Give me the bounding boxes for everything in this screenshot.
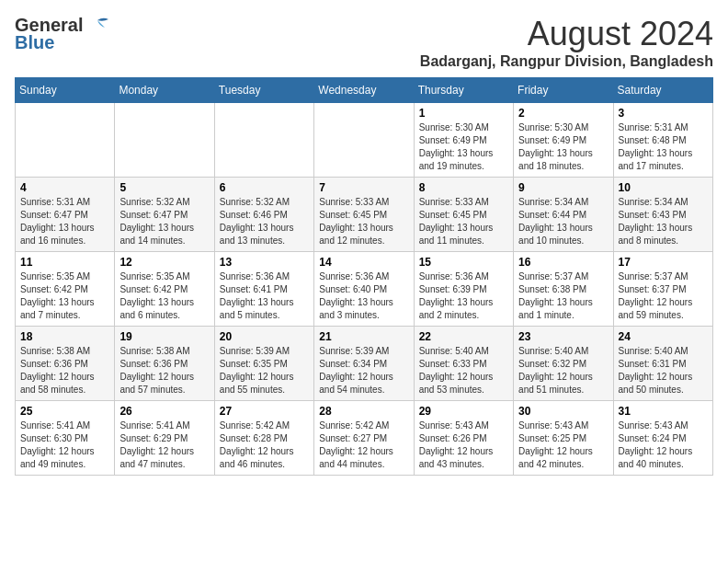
- location-subtitle: Badarganj, Rangpur Division, Bangladesh: [420, 53, 713, 70]
- day-info: Sunrise: 5:41 AM Sunset: 6:29 PM Dayligh…: [119, 419, 209, 471]
- calendar-cell-w1-d3: [214, 103, 313, 178]
- header-friday: Friday: [514, 78, 613, 103]
- calendar-cell-w3-d1: 11Sunrise: 5:35 AM Sunset: 6:42 PM Dayli…: [16, 252, 115, 327]
- day-info: Sunrise: 5:42 AM Sunset: 6:27 PM Dayligh…: [319, 419, 408, 471]
- calendar-cell-w2-d1: 4Sunrise: 5:31 AM Sunset: 6:47 PM Daylig…: [16, 178, 115, 252]
- calendar-cell-w2-d6: 9Sunrise: 5:34 AM Sunset: 6:44 PM Daylig…: [514, 178, 613, 252]
- day-number: 16: [518, 256, 608, 269]
- day-number: 13: [220, 256, 309, 269]
- day-info: Sunrise: 5:43 AM Sunset: 6:25 PM Dayligh…: [518, 419, 608, 471]
- day-number: 12: [119, 256, 209, 269]
- logo-blue: Blue: [15, 32, 54, 53]
- day-number: 17: [619, 256, 708, 269]
- logo: General Blue: [15, 15, 110, 53]
- month-year-title: August 2024: [420, 15, 713, 53]
- header-sunday: Sunday: [16, 78, 115, 103]
- day-number: 28: [319, 405, 408, 418]
- day-info: Sunrise: 5:37 AM Sunset: 6:38 PM Dayligh…: [518, 270, 608, 322]
- day-number: 25: [20, 405, 109, 418]
- calendar-cell-w5-d3: 27Sunrise: 5:42 AM Sunset: 6:28 PM Dayli…: [214, 401, 313, 476]
- header-thursday: Thursday: [414, 78, 513, 103]
- calendar-cell-w5-d2: 26Sunrise: 5:41 AM Sunset: 6:29 PM Dayli…: [115, 401, 214, 476]
- calendar-cell-w4-d2: 19Sunrise: 5:38 AM Sunset: 6:36 PM Dayli…: [115, 327, 214, 401]
- day-info: Sunrise: 5:32 AM Sunset: 6:46 PM Dayligh…: [220, 196, 309, 247]
- day-info: Sunrise: 5:40 AM Sunset: 6:31 PM Dayligh…: [619, 345, 708, 396]
- day-info: Sunrise: 5:34 AM Sunset: 6:44 PM Dayligh…: [518, 196, 608, 247]
- calendar-cell-w1-d4: [314, 103, 414, 178]
- day-info: Sunrise: 5:31 AM Sunset: 6:48 PM Dayligh…: [619, 121, 708, 173]
- day-info: Sunrise: 5:38 AM Sunset: 6:36 PM Dayligh…: [119, 345, 209, 396]
- day-info: Sunrise: 5:39 AM Sunset: 6:35 PM Dayligh…: [220, 345, 309, 396]
- header-monday: Monday: [115, 78, 214, 103]
- day-info: Sunrise: 5:36 AM Sunset: 6:39 PM Dayligh…: [419, 270, 508, 322]
- day-info: Sunrise: 5:43 AM Sunset: 6:26 PM Dayligh…: [419, 419, 508, 471]
- day-number: 19: [119, 330, 209, 343]
- calendar-cell-w4-d1: 18Sunrise: 5:38 AM Sunset: 6:36 PM Dayli…: [16, 327, 115, 401]
- day-info: Sunrise: 5:35 AM Sunset: 6:42 PM Dayligh…: [20, 270, 109, 322]
- day-number: 22: [419, 330, 508, 343]
- day-number: 9: [518, 181, 608, 194]
- day-number: 5: [119, 181, 209, 194]
- calendar-cell-w5-d1: 25Sunrise: 5:41 AM Sunset: 6:30 PM Dayli…: [16, 401, 115, 476]
- day-info: Sunrise: 5:43 AM Sunset: 6:24 PM Dayligh…: [619, 419, 708, 471]
- day-number: 20: [220, 330, 309, 343]
- day-number: 18: [20, 330, 109, 343]
- header-wednesday: Wednesday: [314, 78, 414, 103]
- day-info: Sunrise: 5:37 AM Sunset: 6:37 PM Dayligh…: [619, 270, 708, 322]
- day-info: Sunrise: 5:35 AM Sunset: 6:42 PM Dayligh…: [119, 270, 209, 322]
- calendar-table: Sunday Monday Tuesday Wednesday Thursday…: [15, 77, 713, 476]
- logo-bird-icon: [85, 17, 110, 35]
- day-number: 26: [119, 405, 209, 418]
- calendar-cell-w5-d5: 29Sunrise: 5:43 AM Sunset: 6:26 PM Dayli…: [414, 401, 513, 476]
- day-number: 29: [419, 405, 508, 418]
- header-saturday: Saturday: [613, 78, 712, 103]
- day-info: Sunrise: 5:34 AM Sunset: 6:43 PM Dayligh…: [619, 196, 708, 247]
- day-number: 2: [518, 107, 608, 120]
- calendar-cell-w1-d2: [115, 103, 214, 178]
- day-number: 10: [619, 181, 708, 194]
- day-number: 8: [419, 181, 508, 194]
- calendar-cell-w1-d1: [16, 103, 115, 178]
- calendar-cell-w2-d5: 8Sunrise: 5:33 AM Sunset: 6:45 PM Daylig…: [414, 178, 513, 252]
- calendar-cell-w3-d2: 12Sunrise: 5:35 AM Sunset: 6:42 PM Dayli…: [115, 252, 214, 327]
- week-row-3: 11Sunrise: 5:35 AM Sunset: 6:42 PM Dayli…: [16, 252, 713, 327]
- calendar-header-row: Sunday Monday Tuesday Wednesday Thursday…: [16, 78, 713, 103]
- week-row-5: 25Sunrise: 5:41 AM Sunset: 6:30 PM Dayli…: [16, 401, 713, 476]
- day-number: 7: [319, 181, 408, 194]
- day-number: 27: [220, 405, 309, 418]
- calendar-cell-w3-d7: 17Sunrise: 5:37 AM Sunset: 6:37 PM Dayli…: [613, 252, 712, 327]
- day-number: 15: [419, 256, 508, 269]
- day-number: 31: [619, 405, 708, 418]
- day-number: 6: [220, 181, 309, 194]
- day-number: 4: [20, 181, 109, 194]
- calendar-cell-w1-d6: 2Sunrise: 5:30 AM Sunset: 6:49 PM Daylig…: [514, 103, 613, 178]
- calendar-cell-w3-d4: 14Sunrise: 5:36 AM Sunset: 6:40 PM Dayli…: [314, 252, 414, 327]
- day-info: Sunrise: 5:36 AM Sunset: 6:40 PM Dayligh…: [319, 270, 408, 322]
- calendar-cell-w1-d7: 3Sunrise: 5:31 AM Sunset: 6:48 PM Daylig…: [613, 103, 712, 178]
- day-number: 30: [518, 405, 608, 418]
- day-number: 21: [319, 330, 408, 343]
- page-header: General Blue August 2024 Badarganj, Rang…: [15, 15, 713, 70]
- day-info: Sunrise: 5:39 AM Sunset: 6:34 PM Dayligh…: [319, 345, 408, 396]
- day-info: Sunrise: 5:33 AM Sunset: 6:45 PM Dayligh…: [419, 196, 508, 247]
- calendar-cell-w5-d6: 30Sunrise: 5:43 AM Sunset: 6:25 PM Dayli…: [514, 401, 613, 476]
- day-info: Sunrise: 5:32 AM Sunset: 6:47 PM Dayligh…: [119, 196, 209, 247]
- calendar-cell-w2-d7: 10Sunrise: 5:34 AM Sunset: 6:43 PM Dayli…: [613, 178, 712, 252]
- day-info: Sunrise: 5:30 AM Sunset: 6:49 PM Dayligh…: [419, 121, 508, 173]
- day-info: Sunrise: 5:30 AM Sunset: 6:49 PM Dayligh…: [518, 121, 608, 173]
- calendar-cell-w2-d2: 5Sunrise: 5:32 AM Sunset: 6:47 PM Daylig…: [115, 178, 214, 252]
- day-info: Sunrise: 5:40 AM Sunset: 6:32 PM Dayligh…: [518, 345, 608, 396]
- day-number: 1: [419, 107, 508, 120]
- calendar-cell-w1-d5: 1Sunrise: 5:30 AM Sunset: 6:49 PM Daylig…: [414, 103, 513, 178]
- day-info: Sunrise: 5:40 AM Sunset: 6:33 PM Dayligh…: [419, 345, 508, 396]
- week-row-2: 4Sunrise: 5:31 AM Sunset: 6:47 PM Daylig…: [16, 178, 713, 252]
- day-number: 11: [20, 256, 109, 269]
- day-info: Sunrise: 5:36 AM Sunset: 6:41 PM Dayligh…: [220, 270, 309, 322]
- calendar-cell-w4-d3: 20Sunrise: 5:39 AM Sunset: 6:35 PM Dayli…: [214, 327, 313, 401]
- title-section: August 2024 Badarganj, Rangpur Division,…: [420, 15, 713, 70]
- day-info: Sunrise: 5:38 AM Sunset: 6:36 PM Dayligh…: [20, 345, 109, 396]
- calendar-cell-w4-d6: 23Sunrise: 5:40 AM Sunset: 6:32 PM Dayli…: [514, 327, 613, 401]
- calendar-cell-w2-d3: 6Sunrise: 5:32 AM Sunset: 6:46 PM Daylig…: [214, 178, 313, 252]
- day-number: 14: [319, 256, 408, 269]
- week-row-4: 18Sunrise: 5:38 AM Sunset: 6:36 PM Dayli…: [16, 327, 713, 401]
